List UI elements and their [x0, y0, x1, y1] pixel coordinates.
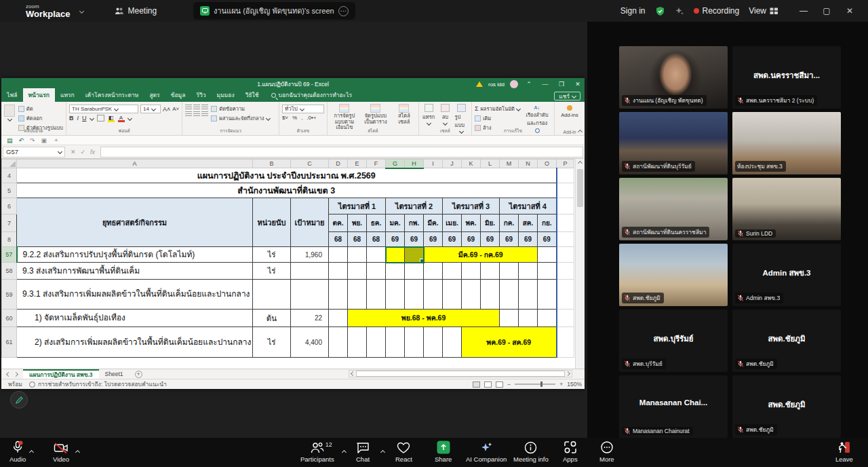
warning-triangle-icon[interactable] — [476, 81, 483, 87]
audio-options-chevron-icon[interactable] — [30, 445, 33, 457]
save-button[interactable]: ▤ — [7, 137, 13, 144]
cell[interactable] — [367, 327, 386, 358]
scroll-up-icon[interactable] — [576, 159, 585, 168]
cell[interactable] — [348, 327, 367, 358]
ribbon-tab-file[interactable]: ไฟล์ — [1, 88, 23, 102]
row-header-7[interactable]: 7 — [2, 214, 17, 232]
cell[interactable] — [557, 183, 574, 198]
accessibility-status[interactable]: การช่วยสำหรับการเข้าถึง: โปรดตรวจสอบคำแน… — [29, 379, 167, 389]
header-month[interactable]: กพ. — [405, 214, 424, 232]
cell-unit-57[interactable]: ไร่ — [253, 247, 291, 263]
select-all-corner[interactable] — [2, 160, 17, 168]
participants-button[interactable]: 12 Participants — [300, 441, 334, 463]
participant-tile-surin-ldd[interactable]: Surin LDD — [732, 178, 841, 240]
delete-cells-button[interactable]: ลบ — [438, 103, 452, 125]
print-preview-button[interactable]: ▣ — [41, 137, 47, 144]
col-header-O[interactable]: O — [538, 160, 557, 168]
page-break-view-button[interactable] — [496, 381, 503, 388]
cut-button[interactable]: ตัด — [18, 105, 63, 113]
participant-tile-chaiyaphum-2[interactable]: สพด.ชัยภูมิ สพด.ชัยภูมิ — [732, 375, 841, 438]
cell[interactable] — [500, 263, 519, 280]
ribbon-tab-data[interactable]: ข้อมูล — [165, 88, 191, 102]
borders-button[interactable] — [97, 115, 104, 122]
comma-button[interactable]: , — [301, 115, 302, 121]
cell[interactable] — [500, 280, 519, 310]
tell-me-search[interactable]: บอกฉันว่าคุณต้องการทำอะไร — [271, 90, 353, 102]
formula-input[interactable] — [100, 147, 583, 157]
sheet-nav-left-icon[interactable] — [6, 371, 11, 376]
cell-unit-61[interactable]: ไร่ — [253, 327, 291, 358]
font-color-chevron-icon[interactable] — [127, 115, 132, 120]
cell-activity-60[interactable]: 1) จัดหาเมล็ดพันธุ์ปอเทือง — [17, 310, 253, 327]
cell[interactable] — [329, 247, 348, 263]
merge-center-button[interactable]: ผสานและจัดกึ่งกลาง — [211, 114, 269, 122]
header-year[interactable]: 69 — [443, 232, 462, 247]
bold-button[interactable]: B — [69, 115, 74, 122]
cell-office-title[interactable]: สำนักงานพัฒนาที่ดินเขต 3 — [17, 183, 557, 198]
shield-check-icon[interactable] — [655, 6, 665, 16]
ribbon-display-options-button[interactable]: ⌃ — [524, 81, 534, 88]
cell[interactable] — [386, 280, 405, 310]
header-year[interactable]: 68 — [367, 232, 386, 247]
participant-tile-nakhonratchasima-station[interactable]: สถานีพัฒนาที่ดินนครราชสีมา — [619, 178, 728, 240]
participant-tile-admin[interactable]: Admin สพข.3 Admin สพข.3 — [732, 244, 841, 306]
ribbon-tab-insert[interactable]: แทรก — [55, 88, 80, 102]
cell[interactable] — [329, 327, 348, 358]
cell[interactable] — [367, 280, 386, 310]
cell-unit-59[interactable] — [253, 280, 291, 310]
header-year[interactable]: 69 — [405, 232, 424, 247]
cell[interactable] — [386, 263, 405, 280]
undo-button[interactable]: ↶ — [19, 137, 24, 144]
fill-button[interactable]: เติม — [475, 114, 520, 122]
zoom-level[interactable]: 150% — [567, 381, 582, 388]
insert-cells-button[interactable]: แทรก — [422, 103, 435, 125]
cell-band-61[interactable]: พค.69 - สค.69 — [462, 327, 557, 358]
chat-chevron-icon[interactable] — [381, 445, 384, 457]
header-month[interactable]: พย. — [348, 214, 367, 232]
cell[interactable] — [348, 263, 367, 280]
header-unit[interactable]: หน่วยนับ — [253, 198, 291, 247]
cell[interactable] — [462, 280, 481, 310]
col-header-G[interactable]: G — [386, 160, 405, 168]
row-header-61[interactable]: 61 — [2, 327, 17, 358]
vertical-scrollbar[interactable] — [575, 159, 585, 369]
cell[interactable] — [557, 232, 574, 247]
cell[interactable] — [424, 280, 443, 310]
cell-G57-selected[interactable] — [386, 247, 405, 263]
sheet-nav-right-icon[interactable] — [14, 371, 18, 376]
header-month[interactable]: พค. — [462, 214, 481, 232]
cell[interactable] — [557, 214, 574, 232]
wrap-text-button[interactable]: ตัดข้อความ — [211, 105, 269, 113]
col-header-B[interactable]: B — [253, 160, 291, 168]
underline-button[interactable]: U — [82, 115, 87, 122]
insert-function-icon[interactable]: fx — [90, 149, 95, 155]
paste-button[interactable] — [4, 103, 16, 121]
header-quarter-1[interactable]: ไตรมาสที่ 1 — [329, 198, 386, 214]
conditional-formatting-button[interactable]: การจัดรูปแบบตามเงื่อนไข — [330, 103, 359, 131]
cell-target-61[interactable]: 4,400 — [291, 327, 329, 358]
ai-companion-button[interactable]: AI Companion — [466, 441, 507, 463]
cell[interactable] — [348, 247, 367, 263]
col-header-A[interactable]: A — [17, 160, 253, 168]
cell[interactable] — [538, 263, 557, 280]
page-layout-view-button[interactable] — [484, 381, 492, 388]
cell[interactable] — [557, 168, 574, 183]
meeting-info-button[interactable]: Meeting info — [513, 441, 549, 463]
header-year[interactable]: 69 — [500, 232, 519, 247]
cell-unit-58[interactable]: ไร่ — [253, 263, 291, 280]
confirm-entry-icon[interactable]: ✓ — [81, 149, 86, 155]
minimize-button[interactable]: — — [792, 6, 815, 16]
cell[interactable] — [443, 280, 462, 310]
cell-unit-60[interactable]: ต้น — [253, 310, 291, 327]
redo-button[interactable]: ↷ — [30, 137, 35, 144]
cell[interactable] — [386, 327, 405, 358]
apps-button[interactable]: Apps — [563, 441, 578, 463]
zoom-slider-knob[interactable] — [540, 381, 542, 387]
header-month[interactable]: มีค. — [424, 214, 443, 232]
audio-button[interactable]: Audio — [9, 441, 26, 463]
header-target[interactable]: เป้าหมาย — [291, 198, 329, 247]
header-month[interactable]: กย. — [538, 214, 557, 232]
col-header-C[interactable]: C — [291, 160, 329, 168]
row-header-6[interactable]: 6 — [2, 198, 17, 214]
row-header-57[interactable]: 57 — [2, 247, 17, 263]
